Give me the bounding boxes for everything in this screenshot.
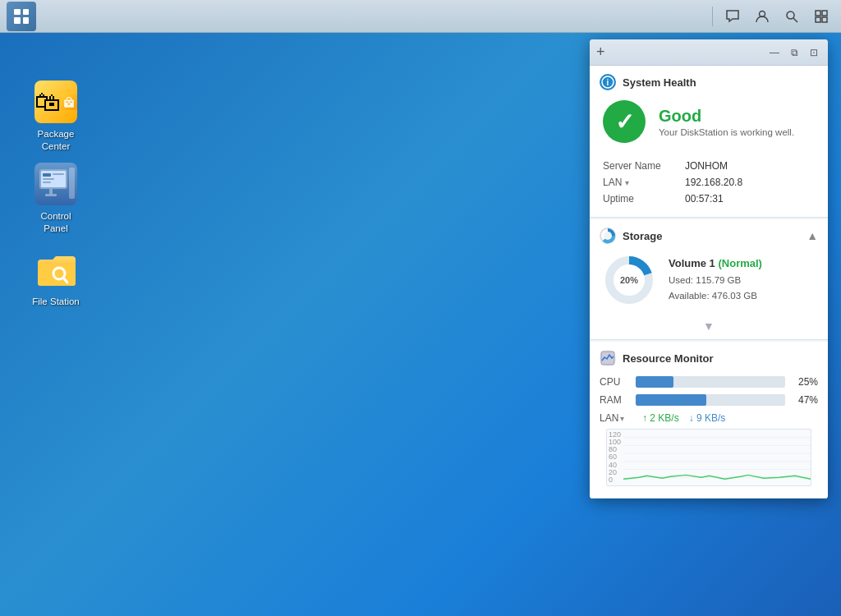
ram-bar-fill xyxy=(636,394,706,406)
panel-controls: — ⧉ ⊡ xyxy=(766,45,821,60)
cpu-percent: 25% xyxy=(792,376,818,388)
volume-detail: Used: 115.79 GB Available: 476.03 GB xyxy=(669,273,762,303)
file-station-icon xyxy=(34,248,77,291)
health-text: Good Your DiskStation is working well. xyxy=(659,107,794,137)
svg-line-2 xyxy=(793,18,797,22)
cpu-label: CPU xyxy=(600,376,629,388)
svg-rect-21 xyxy=(69,168,75,199)
svg-text:i: i xyxy=(607,78,609,87)
volume-status: (Normal) xyxy=(718,257,761,269)
package-center-label: Package Center xyxy=(28,128,84,153)
resource-monitor-section: Resource Monitor CPU 25% RAM xyxy=(590,342,828,499)
chat-button[interactable] xyxy=(719,3,746,30)
storage-section: Storage ▲ 20% Volume 1 (N xyxy=(590,219,828,340)
cpu-bar-fill xyxy=(636,376,673,388)
resource-monitor-title: Resource Monitor xyxy=(623,352,714,365)
resource-monitor-icon xyxy=(600,350,616,366)
taskbar-left xyxy=(0,2,36,31)
chart-y-0: 0 xyxy=(609,476,621,484)
panel-minimize-button[interactable]: — xyxy=(766,45,783,60)
uptime-label: Uptime xyxy=(600,191,682,207)
volume-info: Volume 1 (Normal) Used: 115.79 GB Availa… xyxy=(669,257,762,303)
desktop-icon-package-center[interactable]: ★ Package Center xyxy=(23,76,89,158)
server-name-label: Server Name xyxy=(600,158,682,174)
storage-header: Storage ▲ xyxy=(590,219,828,251)
svg-rect-17 xyxy=(43,178,54,180)
storage-icon xyxy=(600,228,616,244)
control-panel-label: Control Panel xyxy=(28,210,84,235)
info-panel: + — ⧉ ⊡ i System Health Good Your DiskSt… xyxy=(590,39,828,499)
system-health-title: System Health xyxy=(623,76,696,89)
svg-rect-3 xyxy=(816,11,820,16)
ram-percent: 47% xyxy=(792,394,818,406)
svg-rect-6 xyxy=(822,17,827,22)
svg-point-28 xyxy=(604,232,612,240)
health-check-icon xyxy=(603,100,646,143)
storage-scroll-down[interactable]: ▼ xyxy=(703,319,715,333)
windows-button[interactable] xyxy=(808,3,834,30)
lan-speed-row: LAN ▾ ↑ 2 KB/s ↓ 9 KB/s xyxy=(600,412,818,424)
ram-row: RAM 47% xyxy=(600,394,818,406)
lan-speed-dropdown[interactable]: ▾ xyxy=(620,414,624,423)
storage-donut-chart: 20% xyxy=(603,254,655,306)
uptime-row: Uptime 00:57:31 xyxy=(600,191,818,207)
volume-name: Volume 1 (Normal) xyxy=(669,257,762,269)
cpu-row: CPU 25% xyxy=(600,376,818,388)
control-panel-icon xyxy=(34,163,77,205)
storage-collapse-button[interactable]: ▲ xyxy=(807,229,818,242)
taskbar-right xyxy=(709,3,841,30)
apps-grid-button[interactable] xyxy=(7,2,36,31)
chart-svg xyxy=(623,430,811,485)
uptime-value: 00:57:31 xyxy=(682,191,818,207)
resource-monitor-header: Resource Monitor xyxy=(590,342,828,373)
storage-title: Storage xyxy=(623,230,662,242)
lan-upload-speed: ↑ 2 KB/s xyxy=(642,412,679,424)
cpu-bar-bg xyxy=(636,376,785,388)
svg-rect-20 xyxy=(45,194,57,196)
package-center-icon: ★ xyxy=(34,80,77,123)
svg-rect-18 xyxy=(43,182,51,183)
server-name-value: JONHOM xyxy=(682,158,818,174)
file-station-label: File Station xyxy=(32,296,80,308)
chart-y-labels: 120 100 80 60 40 20 0 xyxy=(609,430,621,485)
user-button[interactable] xyxy=(749,3,775,30)
svg-rect-4 xyxy=(822,11,827,16)
server-name-row: Server Name JONHOM xyxy=(600,158,818,174)
lan-label: LAN ▾ xyxy=(600,174,682,191)
lan-speeds: ↑ 2 KB/s ↓ 9 KB/s xyxy=(642,412,725,424)
lan-dropdown-arrow[interactable]: ▾ xyxy=(625,178,629,187)
desktop: ★ Package Center xyxy=(0,33,841,616)
lan-value: 192.168.20.8 xyxy=(682,174,818,191)
panel-restore-button[interactable]: ⧉ xyxy=(788,45,802,60)
storage-header-left: Storage xyxy=(600,228,807,244)
taskbar-separator xyxy=(712,7,713,26)
ram-bar-bg xyxy=(636,394,785,406)
svg-point-1 xyxy=(787,11,794,19)
health-info-table: Server Name JONHOM LAN ▾ 192.168.20.8 Up… xyxy=(590,154,828,217)
health-status: Good xyxy=(659,107,794,126)
lan-speed-label: LAN ▾ xyxy=(600,412,636,424)
svg-rect-16 xyxy=(53,173,64,175)
health-desc: Your DiskStation is working well. xyxy=(659,127,794,137)
panel-add-button[interactable]: + xyxy=(596,44,605,61)
svg-rect-15 xyxy=(43,173,51,177)
search-button[interactable] xyxy=(779,3,805,30)
system-health-icon: i xyxy=(600,74,616,90)
health-content: Good Your DiskStation is working well. xyxy=(590,97,828,154)
storage-percent-label: 20% xyxy=(620,275,638,285)
panel-header: + — ⧉ ⊡ xyxy=(590,39,828,66)
desktop-icon-control-panel[interactable]: Control Panel xyxy=(23,158,89,240)
system-health-section: i System Health Good Your DiskStation is… xyxy=(590,66,828,218)
resource-chart: 120 100 80 60 40 20 0 xyxy=(606,429,811,486)
storage-footer: ▼ xyxy=(590,319,828,339)
desktop-icon-file-station[interactable]: File Station xyxy=(23,243,89,313)
resource-content: CPU 25% RAM 47% LAN xyxy=(590,373,828,498)
system-health-header: i System Health xyxy=(590,66,828,97)
panel-popout-button[interactable]: ⊡ xyxy=(807,45,821,60)
ram-label: RAM xyxy=(600,394,629,406)
lan-download-speed: ↓ 9 KB/s xyxy=(689,412,726,424)
taskbar xyxy=(0,0,841,33)
svg-rect-5 xyxy=(816,17,820,22)
svg-text:★: ★ xyxy=(67,102,71,106)
lan-row: LAN ▾ 192.168.20.8 xyxy=(600,174,818,191)
